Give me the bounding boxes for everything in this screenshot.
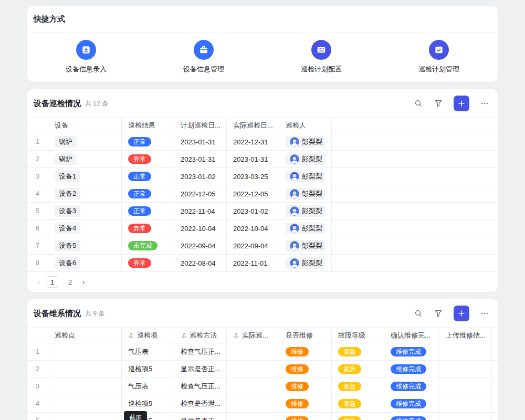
cell-planned[interactable]: 2022-08-04 bbox=[174, 255, 227, 271]
cell-no[interactable]: 3 bbox=[27, 378, 48, 395]
cell-upload[interactable] bbox=[439, 361, 492, 377]
column-header-device[interactable]: 设备 bbox=[48, 118, 122, 133]
column-header-point[interactable]: 巡检点 bbox=[48, 328, 122, 343]
cell-result[interactable]: 正常 bbox=[122, 203, 174, 219]
cell-extra[interactable] bbox=[492, 413, 498, 420]
cell-upload[interactable] bbox=[439, 378, 492, 395]
cell-no[interactable]: 7 bbox=[27, 237, 48, 254]
cell-device[interactable]: 锅炉 bbox=[48, 151, 122, 167]
cell-inspector[interactable]: 彭梨梨 bbox=[279, 133, 332, 150]
cell-planned[interactable]: 2023-01-02 bbox=[174, 168, 227, 185]
cell-no[interactable]: 2 bbox=[27, 361, 48, 377]
column-header-extra[interactable]: 维 bbox=[492, 328, 498, 343]
column-header-planned[interactable]: 计划巡检日... bbox=[174, 118, 227, 133]
column-header-result[interactable]: 巡检结果 bbox=[122, 118, 174, 133]
filter-icon[interactable] bbox=[434, 309, 443, 318]
cell-inspector[interactable]: 彭梨梨 bbox=[279, 220, 332, 237]
cell-level[interactable]: 紧急 bbox=[332, 413, 384, 420]
cell-item[interactable]: 气压表 bbox=[122, 343, 174, 360]
cell-no[interactable]: 2 bbox=[27, 151, 48, 167]
cell-level[interactable]: 紧急 bbox=[332, 361, 384, 377]
cell-actual[interactable] bbox=[227, 343, 279, 360]
page-2-button[interactable]: 2 bbox=[65, 276, 76, 288]
cell-actual[interactable]: 2022-10-04 bbox=[227, 220, 279, 237]
cell-upload[interactable] bbox=[439, 413, 492, 420]
cell-actual[interactable] bbox=[227, 413, 279, 420]
cell-actual[interactable] bbox=[227, 378, 279, 395]
cell-item[interactable]: 气压表 bbox=[122, 378, 174, 395]
cell-level[interactable]: 紧急 bbox=[332, 378, 384, 395]
cell-confirm[interactable]: 维修完成 bbox=[384, 343, 439, 360]
cell-inspector[interactable]: 彭梨梨 bbox=[279, 237, 332, 254]
page-1-button[interactable]: 1 bbox=[47, 276, 58, 288]
cell-inspector[interactable]: 彭梨梨 bbox=[279, 151, 332, 167]
cell-confirm[interactable]: 维修完成 bbox=[384, 361, 439, 377]
cell-actual[interactable]: 2023-01-31 bbox=[227, 151, 279, 167]
cell-repair[interactable]: 维修 bbox=[279, 361, 332, 377]
column-header-confirm[interactable]: 确认维修完... bbox=[384, 328, 439, 343]
cell-result[interactable]: 正常 bbox=[122, 168, 174, 185]
cell-actual[interactable]: 2023-01-02 bbox=[227, 203, 279, 219]
cell-no[interactable]: 1 bbox=[27, 343, 48, 360]
cell-repair[interactable]: 维修 bbox=[279, 395, 332, 412]
cell-extra[interactable] bbox=[492, 361, 498, 377]
cell-planned[interactable]: 2022-10-04 bbox=[174, 220, 227, 237]
cell-extra[interactable] bbox=[492, 343, 498, 360]
cell-upload[interactable] bbox=[439, 343, 492, 360]
add-record-button[interactable] bbox=[454, 306, 469, 321]
cell-confirm[interactable]: 维修完成 bbox=[384, 395, 439, 412]
cell-method[interactable]: 检查气压正... bbox=[174, 343, 227, 360]
cell-result[interactable]: 未完成 bbox=[122, 237, 174, 254]
cell-method[interactable]: 显示是否正... bbox=[174, 361, 227, 377]
column-header-no[interactable] bbox=[27, 328, 48, 343]
cell-inspector[interactable]: 彭梨梨 bbox=[279, 185, 332, 202]
cell-no[interactable]: 8 bbox=[27, 255, 48, 271]
cell-no[interactable]: 5 bbox=[27, 203, 48, 219]
cell-method[interactable]: 检查气压正... bbox=[174, 378, 227, 395]
cell-no[interactable]: 4 bbox=[27, 185, 48, 202]
cell-result[interactable]: 异常 bbox=[122, 220, 174, 237]
cell-item[interactable]: 巡检项5 bbox=[122, 361, 174, 377]
filter-icon[interactable] bbox=[434, 99, 443, 108]
cell-actual[interactable]: 2023-03-25 bbox=[227, 168, 279, 185]
cell-actual[interactable]: 2022-11-01 bbox=[227, 255, 279, 271]
cell-inspector[interactable]: 彭梨梨 bbox=[279, 255, 332, 271]
cell-method[interactable]: 检查是否泄... bbox=[174, 395, 227, 412]
cell-repair[interactable]: 维修 bbox=[279, 413, 332, 420]
cell-result[interactable]: 异常 bbox=[122, 151, 174, 167]
shortcut-device-entry[interactable]: 设备信息录入 bbox=[27, 40, 145, 74]
cell-device[interactable]: 设备5 bbox=[48, 237, 122, 254]
cell-no[interactable]: 1 bbox=[27, 133, 48, 150]
cell-planned[interactable]: 2022-09-04 bbox=[174, 237, 227, 254]
cell-level[interactable]: 紧急 bbox=[332, 395, 384, 412]
cell-confirm[interactable]: 维修完成 bbox=[384, 378, 439, 395]
cell-planned[interactable]: 2022-11-04 bbox=[174, 203, 227, 219]
cell-actual[interactable]: 2022-09-04 bbox=[227, 237, 279, 254]
shortcut-plan-config[interactable]: 巡检计划配置 bbox=[262, 40, 380, 74]
cell-inspector[interactable]: 彭梨梨 bbox=[279, 203, 332, 219]
column-header-item[interactable]: 巡检项 bbox=[122, 328, 174, 343]
cell-actual[interactable]: 2022-12-05 bbox=[227, 185, 279, 202]
cell-device[interactable]: 设备6 bbox=[48, 255, 122, 271]
cell-point[interactable] bbox=[48, 413, 122, 420]
cell-result[interactable]: 正常 bbox=[122, 133, 174, 150]
column-header-repair[interactable]: 是否维修 bbox=[279, 328, 332, 343]
cell-planned[interactable]: 2022-12-05 bbox=[174, 185, 227, 202]
cell-point[interactable] bbox=[48, 395, 122, 412]
cell-inspector[interactable]: 彭梨梨 bbox=[279, 168, 332, 185]
cell-actual[interactable]: 2022-12-31 bbox=[227, 133, 279, 150]
column-header-actual[interactable]: 实际巡检日... bbox=[227, 118, 279, 133]
cell-level[interactable]: 紧急 bbox=[332, 343, 384, 360]
cell-planned[interactable]: 2023-01-31 bbox=[174, 133, 227, 150]
cell-upload[interactable] bbox=[439, 395, 492, 412]
cell-repair[interactable]: 维修 bbox=[279, 378, 332, 395]
cell-device[interactable]: 设备4 bbox=[48, 220, 122, 237]
column-header-actual[interactable]: 实际巡... bbox=[227, 328, 279, 343]
search-icon[interactable] bbox=[414, 309, 423, 318]
cell-device[interactable]: 设备3 bbox=[48, 203, 122, 219]
cell-no[interactable]: 5 bbox=[27, 413, 48, 420]
prev-page-button[interactable]: ‹ bbox=[38, 278, 40, 286]
cell-extra[interactable] bbox=[492, 395, 498, 412]
cell-no[interactable]: 4 bbox=[27, 395, 48, 412]
shortcut-device-manage[interactable]: 设备信息管理 bbox=[145, 40, 262, 74]
